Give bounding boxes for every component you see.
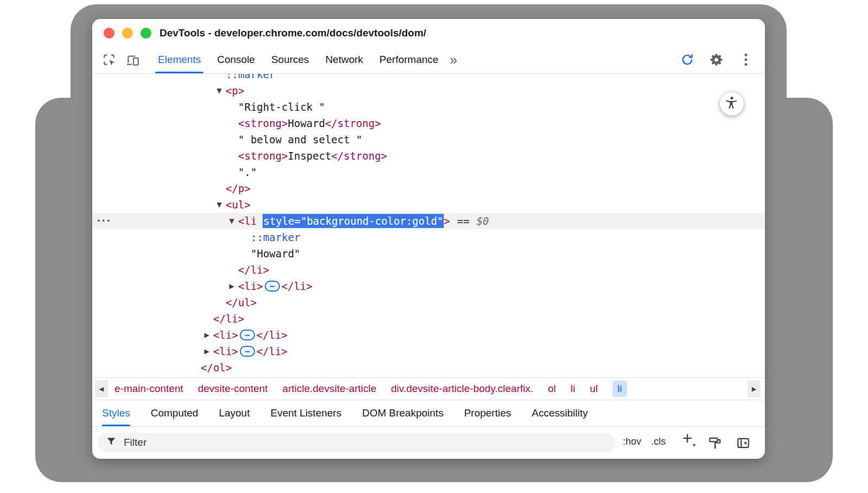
dom-token-text: "."	[238, 166, 257, 178]
accessibility-floating-button[interactable]	[720, 92, 744, 116]
close-window-button[interactable]	[104, 28, 114, 39]
inspect-element-icon[interactable]	[100, 50, 118, 69]
breadcrumb-scroll-left-button[interactable]: ◀	[95, 380, 108, 397]
panel-tab-styles[interactable]: Styles	[102, 400, 130, 426]
panel-tab-dom-breakpoints[interactable]: DOM Breakpoints	[362, 400, 443, 426]
dom-token-tag: </li>	[213, 313, 244, 325]
settings-gear-icon[interactable]	[707, 50, 726, 69]
tab-network[interactable]: Network	[317, 46, 372, 73]
tab-elements[interactable]: Elements	[150, 46, 209, 73]
dom-tree-row[interactable]: </li>	[92, 262, 765, 278]
breadcrumb-item-article-devsite-article[interactable]: article.devsite-article	[283, 383, 376, 395]
panel-tab-properties[interactable]: Properties	[464, 400, 511, 426]
styles-filter-field[interactable]	[98, 433, 616, 452]
dom-tree-row[interactable]: ::marker	[92, 74, 765, 83]
dom-tree-row[interactable]: "Right-click "	[92, 99, 765, 115]
expand-arrow-right-icon[interactable]: ▶	[227, 278, 237, 294]
dom-token-tag: </strong>	[325, 117, 381, 129]
panel-tab-event-listeners[interactable]: Event Listeners	[270, 400, 341, 426]
dom-token-tag: </strong>	[331, 150, 387, 162]
maximize-window-button[interactable]	[141, 28, 151, 39]
dom-token-tag: </ul>	[226, 296, 257, 308]
filter-funnel-icon	[105, 435, 117, 450]
dom-token-tag: </ol>	[201, 362, 232, 374]
dom-tree-row[interactable]: <strong>Inspect</strong>	[92, 148, 765, 164]
dom-tree-row[interactable]: "Howard"	[92, 245, 765, 262]
dom-token-text: Inspect	[288, 150, 331, 162]
new-style-rule-caret-icon: ▾	[693, 442, 695, 448]
toggle-sidebar-panel-icon[interactable]	[736, 435, 751, 451]
page: DevTools - developer.chrome.com/docs/dev…	[0, 0, 868, 493]
devtools-toolbar: ElementsConsoleSourcesNetworkPerformance…	[92, 46, 765, 74]
breadcrumb-item-ul[interactable]: ul	[590, 383, 598, 395]
device-toolbar-icon[interactable]	[124, 50, 142, 69]
breadcrumb-item-li[interactable]: li	[612, 381, 627, 397]
sync-icon[interactable]	[678, 50, 697, 69]
dom-tree-row[interactable]: ▶<li>…</li>	[92, 278, 765, 294]
more-menu-kebab-icon[interactable]	[737, 50, 755, 69]
rendering-paint-roller-icon[interactable]	[707, 435, 723, 451]
dom-tree-row[interactable]: "."	[92, 164, 765, 180]
tab-performance[interactable]: Performance	[371, 46, 446, 73]
dom-token-dollar: $0	[476, 215, 489, 227]
accessibility-person-icon	[725, 96, 739, 112]
dom-tree-row[interactable]: </ol>	[92, 359, 765, 376]
dom-tree-row[interactable]: ::marker	[92, 229, 765, 245]
panel-tab-layout[interactable]: Layout	[219, 400, 250, 426]
minimize-window-button[interactable]	[122, 28, 133, 39]
expand-arrow-right-icon[interactable]: ▶	[202, 343, 212, 359]
title-bar: DevTools - developer.chrome.com/docs/dev…	[92, 19, 765, 46]
breadcrumb-item-div-devsite-article-body-clearfix[interactable]: div.devsite-article-body.clearfix.	[391, 383, 533, 395]
breadcrumb-item-e-main-content[interactable]: e-main-content	[114, 383, 183, 395]
dom-tree-row[interactable]: ▼<ul>	[92, 197, 765, 213]
panel-tab-computed[interactable]: Computed	[151, 400, 199, 426]
dom-tree-row[interactable]: ▼<p>	[92, 83, 765, 99]
expand-arrow-right-icon[interactable]: ▶	[202, 327, 212, 343]
tab-sources[interactable]: Sources	[263, 46, 317, 73]
dom-tree-row[interactable]: </p>	[92, 180, 765, 197]
panel-tab-accessibility[interactable]: Accessibility	[532, 400, 588, 426]
dom-token-tag: </li>	[257, 329, 288, 341]
dom-tree-row[interactable]: </ul>	[92, 294, 765, 311]
collapsed-content-button[interactable]: …	[265, 281, 280, 292]
breadcrumb-item-ol[interactable]: ol	[548, 383, 556, 395]
styles-filter-input[interactable]	[123, 436, 505, 449]
sidebar-panel-tabs: StylesComputedLayoutEvent ListenersDOM B…	[92, 400, 765, 426]
dom-token-tag: <strong>	[238, 117, 288, 129]
dom-tree-row[interactable]: <strong>Howard</strong>	[92, 115, 765, 131]
breadcrumb-item-devsite-content[interactable]: devsite-content	[198, 383, 268, 395]
breadcrumb-scroll-right-button[interactable]: ▶	[748, 380, 761, 397]
breadcrumb-item-li[interactable]: li	[571, 383, 575, 395]
toggle-class-button[interactable]: .cls	[651, 436, 666, 447]
devtools-window: DevTools - developer.chrome.com/docs/dev…	[92, 19, 765, 459]
dom-token-pseudo: ::marker	[226, 74, 276, 80]
toggle-hover-state-button[interactable]: :hov	[623, 436, 641, 447]
dom-token-tag: </li>	[257, 345, 288, 357]
toolbar-right-icons	[678, 46, 765, 73]
dom-tree-row[interactable]: </li>	[92, 311, 765, 327]
dom-tree-row[interactable]: ▶<li>…</li>	[92, 327, 765, 343]
expand-arrow-down-icon[interactable]: ▼	[227, 213, 237, 229]
expand-arrow-down-icon[interactable]: ▼	[214, 83, 224, 99]
more-tabs-icon[interactable]: »	[446, 46, 461, 73]
dom-tree-row[interactable]: " below and select "	[92, 131, 765, 148]
dom-token-tag: </p>	[226, 182, 251, 194]
collapsed-content-button[interactable]: …	[240, 330, 255, 340]
row-overflow-menu-icon[interactable]: •••	[97, 213, 111, 229]
new-style-rule-button[interactable]: +	[682, 429, 692, 448]
dom-token-tag: <p>	[226, 85, 244, 97]
dom-token-text: " below and select "	[238, 134, 362, 146]
dom-tree: ::marker▼<p>"Right-click "<strong>Howard…	[92, 74, 765, 377]
tab-console[interactable]: Console	[209, 46, 263, 73]
dom-token-text: Howard	[288, 117, 326, 129]
dom-tree-row[interactable]: •••▼<listyle="background-color:gold">==$…	[92, 213, 765, 229]
dom-token-eq: ==	[457, 215, 470, 227]
collapsed-content-button[interactable]: …	[240, 346, 255, 357]
dom-token-pseudo: ::marker	[251, 231, 301, 243]
dom-token-text: "Howard"	[251, 248, 301, 260]
dom-token-tag: <li>	[213, 329, 238, 341]
expand-arrow-down-icon[interactable]: ▼	[214, 197, 224, 213]
dom-tree-row[interactable]: ▶<li>…</li>	[92, 343, 765, 359]
breadcrumb-bar: ◀ e-main-contentdevsite-contentarticle.d…	[92, 377, 765, 400]
dom-token-tag: </li>	[238, 264, 269, 276]
